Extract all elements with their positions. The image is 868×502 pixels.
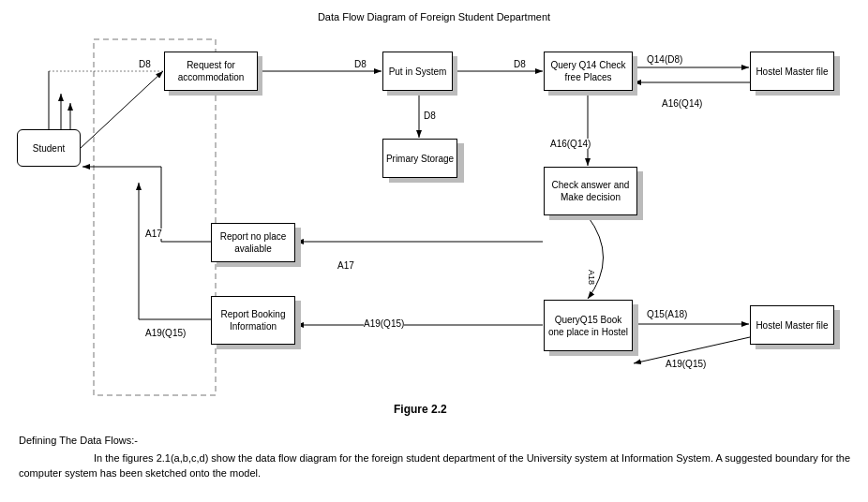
- a16-q14-label-2: A16(Q14): [550, 139, 591, 149]
- d8-label-3: D8: [514, 59, 526, 69]
- report-booking-box: Report Booking Information: [211, 296, 295, 345]
- a16-q14-label-1: A16(Q14): [662, 98, 702, 109]
- d8-label-1: D8: [139, 59, 151, 69]
- body-text: In the figures 2.1(a,b,c,d) show the dat…: [19, 450, 862, 481]
- d8-label-2: D8: [354, 59, 367, 69]
- svg-line-2: [81, 71, 163, 148]
- main-container: Data Flow Diagram of Foreign Student Dep…: [0, 0, 868, 502]
- put-in-system-box: Put in System: [382, 52, 453, 91]
- a18-label: A18: [587, 270, 596, 285]
- hostel-master2-box: Hostel Master file: [750, 305, 834, 345]
- student-box: Student: [17, 129, 81, 167]
- diagram-area: Data Flow Diagram of Foreign Student Dep…: [0, 0, 868, 431]
- figure-caption: Figure 2.2: [394, 403, 447, 416]
- q14-d8-label: Q14(D8): [647, 54, 682, 65]
- d8-label-4: D8: [424, 111, 436, 121]
- report-no-place-box: Report no place avaliable: [211, 223, 295, 262]
- a19-q15-label-3: A19(Q15): [666, 359, 706, 369]
- request-box: Request for accommodation: [164, 52, 258, 91]
- primary-storage-box: Primary Storage: [382, 139, 457, 178]
- a19-q15-label-2: A19(Q15): [364, 318, 404, 329]
- query-q15-box: QueryQ15 Book one place in Hostel: [544, 300, 633, 351]
- a17-label-2: A17: [337, 260, 354, 271]
- check-answer-box: Check answer and Make decision: [544, 167, 637, 215]
- q15-a18-label: Q15(A18): [647, 309, 687, 319]
- hostel-master1-box: Hostel Master file: [750, 52, 834, 91]
- text-area: Defining The Data Flows:- In the figures…: [19, 433, 862, 481]
- a19-q15-label-1: A19(Q15): [145, 328, 186, 338]
- a17-label-1: A17: [145, 229, 162, 239]
- query-q14-box: Query Q14 Check free Places: [544, 52, 633, 91]
- defining-label: Defining The Data Flows:-: [19, 433, 862, 449]
